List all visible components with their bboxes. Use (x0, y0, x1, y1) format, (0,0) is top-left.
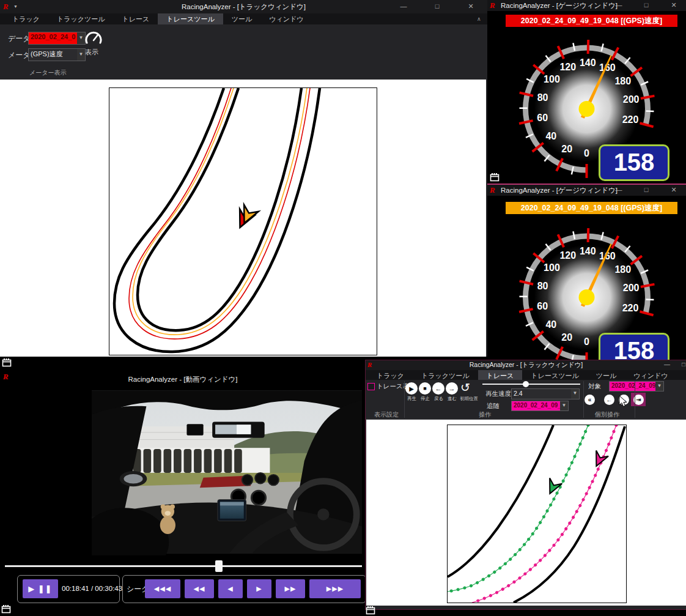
window-title: RacingAnalyzer - [トラックウィンドウ] (366, 361, 686, 369)
stop-button[interactable]: ■ (419, 382, 431, 395)
ribbon: トレース表示 表示設定 ▶ ■ ← → ↺ 再生 停止 戻る 進む 初期位置 再… (366, 380, 686, 420)
seek-button-6[interactable]: ▶▶▶ (309, 579, 361, 598)
maximize-button[interactable]: □ (637, 186, 655, 193)
data-combo[interactable]: 2020_02_24_0 ▼ (28, 32, 86, 45)
trace-pink (472, 425, 616, 603)
app-logo-icon: R (490, 186, 495, 194)
seek-button-1[interactable]: ◀◀◀ (145, 579, 180, 598)
combo-dropdown-icon[interactable]: ▼ (655, 382, 663, 391)
tab-トレースツール[interactable]: トレースツール (522, 370, 587, 380)
reset-label: 初期位置 (460, 396, 478, 402)
combo-dropdown-icon[interactable]: ▼ (560, 401, 568, 410)
tab-ツール[interactable]: ツール (223, 13, 261, 24)
tab-トレースツール[interactable]: トレースツール (158, 13, 223, 24)
minimize-button[interactable]: — (610, 186, 628, 193)
time-display: 00:18:41 / 00:30:43 (62, 585, 122, 592)
trace-line-orange (133, 88, 307, 335)
svg-text:100: 100 (544, 74, 560, 84)
ribbon-tabs: トラックトラックツールトレーストレースツールツールウィンドウ (366, 370, 686, 380)
meter-label: メータ (8, 50, 31, 61)
window-title: RacingAnalyzer - [動画ウィンドウ] (0, 375, 366, 384)
skip-start-button[interactable]: « (585, 395, 595, 405)
video-position-track[interactable] (5, 565, 362, 567)
app-logo-icon: R (490, 1, 495, 9)
svg-text:80: 80 (537, 92, 548, 103)
speed-combo[interactable]: 2.4 ▼ (511, 388, 580, 399)
svg-text:200: 200 (623, 94, 640, 105)
tab-トラック[interactable]: トラック (4, 13, 48, 24)
track-left-edge (448, 425, 553, 577)
svg-text:140: 140 (580, 246, 596, 256)
tab-トラックツール[interactable]: トラックツール (48, 13, 114, 24)
tab-トレース[interactable]: トレース (478, 370, 523, 380)
titlebar: R ▼ RacingAnalyzer - [トラックウィンドウ] — □ ✕ (0, 0, 487, 13)
seek-button-2[interactable]: ◀◀ (185, 579, 214, 598)
close-button[interactable]: ✕ (665, 1, 683, 9)
gauge-pod (242, 475, 253, 485)
seek-group: シーク ◀◀◀◀◀◀▶▶▶▶▶▶ (122, 575, 366, 603)
stop-label: 停止 (421, 396, 430, 402)
seek-button-5[interactable]: ▶▶ (276, 579, 305, 598)
target-combo[interactable]: 2020_02_24_09 ▼ (609, 381, 664, 391)
seek-button-3[interactable]: ◀ (218, 579, 243, 598)
forward-label: 進む (448, 396, 457, 402)
window-title: RacingAnalyzer - [ゲージウィンドウ] (501, 186, 686, 195)
window-gauge-top: R RacingAnalyzer - [ゲージウィンドウ] — □ ✕ 2020… (487, 0, 686, 185)
reset-position-button[interactable]: ↺ (460, 380, 470, 395)
maximize-button[interactable]: □ (428, 2, 446, 10)
group-label-meter: メーター表示 (29, 69, 66, 77)
video-frame (92, 388, 362, 555)
play-button[interactable]: ▶ (405, 382, 418, 395)
tab-トレース[interactable]: トレース (114, 13, 158, 24)
minimize-button[interactable]: — (394, 2, 413, 10)
follow-combo[interactable]: 2020_02_24_09_49 ▼ (511, 401, 569, 411)
trace-position-track[interactable] (482, 384, 580, 385)
maximize-button[interactable]: □ (637, 1, 655, 9)
close-button[interactable]: ✕ (462, 2, 480, 10)
combo-dropdown-icon[interactable]: ▼ (571, 389, 579, 399)
speed-readout: 158 (599, 144, 669, 181)
track-map[interactable] (109, 87, 377, 355)
trace-display-checkbox[interactable] (367, 383, 375, 390)
tab-ウィンドウ[interactable]: ウィンドウ (625, 370, 676, 380)
svg-text:40: 40 (545, 131, 556, 141)
child-window-icon[interactable] (490, 173, 500, 182)
minimize-button[interactable]: — (610, 1, 628, 9)
follow-label: 追随 (487, 402, 500, 410)
meter-combo[interactable]: (GPS)速度 ▼ (28, 48, 86, 61)
trace-line-red (129, 88, 310, 339)
svg-text:60: 60 (537, 113, 548, 123)
combo-dropdown-icon[interactable]: ▼ (77, 49, 85, 61)
trace-map[interactable] (447, 425, 627, 603)
svg-text:20: 20 (561, 144, 572, 154)
seek-button-4[interactable]: ▶ (247, 579, 271, 598)
play-pause-button[interactable]: ▶ ❚❚ (23, 579, 58, 598)
video-position-handle[interactable] (215, 560, 223, 572)
speed-label: 再生速度 (485, 390, 511, 398)
forward-button[interactable]: → (446, 382, 458, 395)
child-window-icon[interactable] (366, 606, 375, 615)
trace-position-handle[interactable] (523, 381, 529, 387)
tab-トラック[interactable]: トラック (368, 370, 413, 380)
svg-text:220: 220 (622, 114, 639, 125)
window-title: RacingAnalyzer - [ゲージウィンドウ] (501, 1, 686, 10)
svg-text:220: 220 (622, 303, 639, 313)
air-vent (251, 491, 265, 505)
mouse-cursor (619, 395, 629, 407)
back-button[interactable]: ← (432, 382, 444, 395)
maximize-button[interactable]: □ (674, 361, 686, 368)
minimize-button[interactable]: — (658, 361, 676, 368)
gauge-display-icon[interactable] (84, 29, 103, 45)
svg-text:140: 140 (580, 58, 596, 68)
tab-ウィンドウ[interactable]: ウィンドウ (260, 13, 312, 24)
tab-ツール[interactable]: ツール (588, 370, 625, 380)
show-label: 表示 (85, 48, 98, 57)
child-window-icon[interactable] (2, 358, 12, 367)
step-back-button[interactable]: ← (604, 395, 614, 405)
window-track-trace: R RacingAnalyzer - [トラックウィンドウ] — □ トラックト… (365, 360, 686, 610)
ribbon-collapse-icon[interactable]: ∧ (477, 16, 481, 22)
tab-トラックツール[interactable]: トラックツール (413, 370, 478, 380)
child-window-icon[interactable] (1, 605, 11, 614)
svg-text:180: 180 (614, 264, 631, 275)
close-button[interactable]: ✕ (665, 186, 683, 194)
